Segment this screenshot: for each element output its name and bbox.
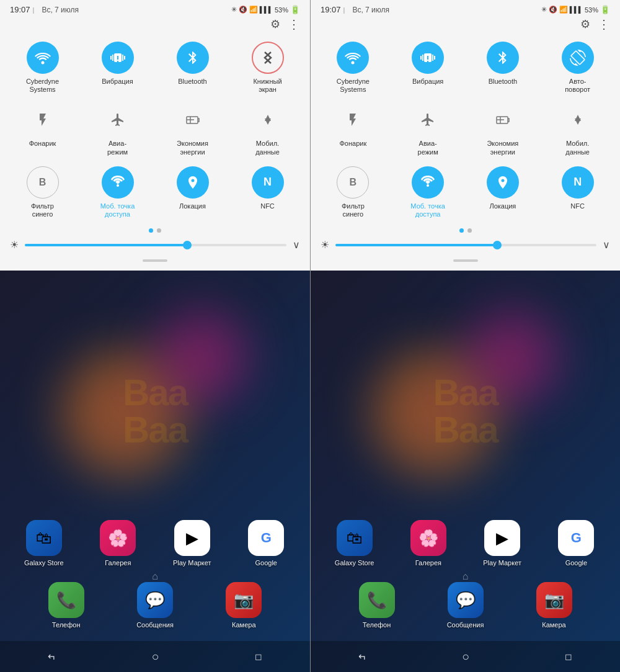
qs-wifi-right[interactable]: CyberdyneSystems [316,37,391,99]
qs-location-left[interactable]: Локация [155,161,230,223]
wifi-label-right: CyberdyneSystems [337,78,370,94]
qs-autorotate-right[interactable]: Авто-поворот [540,37,615,99]
settings-icon-left[interactable]: ⚙ [270,17,280,31]
hotspot-icon-wrap-left [102,166,134,199]
bluetooth-status-icon: ✳ [231,6,237,14]
qs-nfc-right[interactable]: N NFC [540,161,615,223]
brightness-slider-left[interactable] [25,244,286,246]
home-screen-right: BaaBaa 🛍 Galaxy Store 🌸 Галерея ▶ Play [311,271,620,672]
flashlight-label-right: Фонарик [340,140,367,148]
qs-hotspot-right[interactable]: Моб. точкадоступа [391,161,466,223]
status-bar-right: 19:07 | Вс, 7 июля ✳ 🔇 📶 ▌▌▌ 53% 🔋 [311,0,620,17]
location-icon-wrap-right [487,166,519,199]
dock-messages-right[interactable]: 💬 Сообщения [424,582,507,629]
more-icon-right[interactable]: ⋮ [598,17,610,32]
app-gallery-right[interactable]: 🌸 Галерея [394,520,462,567]
play-icon-right: ▶ [484,520,520,556]
location-label-left: Локация [179,202,206,210]
more-icon-left[interactable]: ⋮ [288,17,300,32]
wifi-icon-wrap-right [337,42,369,74]
qs-blue-filter-right[interactable]: B Фильтрсинего [316,161,391,223]
bluetooth-icon-wrap-right [487,42,519,74]
nav-home-left[interactable]: ○ [151,650,159,664]
nav-home-right[interactable]: ○ [462,650,469,664]
battery-icon-right: 🔋 [600,5,610,14]
nav-recents-left[interactable]: ◻ [255,652,262,661]
wifi-label-left: CyberdyneSystems [26,78,59,94]
hotspot-label-right: Моб. точкадоступа [410,202,445,218]
phone-icon-left: 📞 [48,582,84,618]
app-google-left[interactable]: G Google [232,520,301,567]
gallery-label-left: Галерея [105,559,131,567]
app-play-left[interactable]: ▶ Play Маркет [158,520,226,567]
qs-vibration-left[interactable]: Вибрация [80,37,155,99]
dock-messages-left[interactable]: 💬 Сообщения [113,582,196,629]
date-left: Вс, 7 июля [42,6,79,14]
qs-flashlight-left[interactable]: Фонарик [5,99,80,161]
qs-bluetooth-right[interactable]: Bluetooth [466,37,541,99]
gallery-icon-left: 🌸 [100,520,136,556]
qs-flashlight-right[interactable]: Фонарик [316,99,391,161]
app-google-right[interactable]: G Google [542,520,610,567]
brightness-chevron-right[interactable]: ∨ [603,239,610,251]
camera-label-right: Камера [542,621,565,629]
app-galaxy-store-left[interactable]: 🛍 Galaxy Store [10,520,78,567]
dot-1-left [149,228,153,233]
dock-phone-left[interactable]: 📞 Телефон [25,582,107,629]
drag-handle-bar-left [143,259,167,262]
qs-hotspot-left[interactable]: Моб. точкадоступа [80,161,155,223]
nav-bar-right: ↵ ○ ◻ [311,641,620,672]
phone-icon-right: 📞 [359,582,395,618]
dock-camera-right[interactable]: 📷 Камера [513,582,595,629]
qs-vibration-right[interactable]: Вибрация [391,37,466,99]
bluetooth-status-icon-r: ✳ [541,6,547,14]
signal-status-icon-r: ▌▌▌ [570,6,583,13]
app-gallery-left[interactable]: 🌸 Галерея [84,520,153,567]
qs-mobile-data-right[interactable]: Мобил.данные [540,99,615,161]
nav-back-left[interactable]: ↵ [48,651,56,663]
qs-mobile-data-left[interactable]: Мобил.данные [230,99,305,161]
qs-book-screen-left[interactable]: Книжныйэкран [230,37,305,99]
autorotate-icon-wrap-right [562,42,594,74]
mute-status-icon: 🔇 [239,6,247,14]
qs-battery-left[interactable]: Экономияэнергии [155,99,230,161]
qs-wifi-left[interactable]: CyberdyneSystems [5,37,80,99]
book-screen-icon-wrap-left [252,42,284,74]
brightness-slider-right[interactable] [335,244,596,246]
bluetooth-label-left: Bluetooth [178,78,206,86]
dock-camera-left[interactable]: 📷 Камера [203,582,285,629]
qs-grid-right: CyberdyneSystems Вибрация Bluetoot [311,37,620,223]
nav-back-right[interactable]: ↵ [358,651,366,663]
nfc-label-left: NFC [260,202,275,210]
phone-label-right: Телефон [363,621,391,629]
drag-handle-left [0,257,310,264]
app-galaxy-store-right[interactable]: 🛍 Galaxy Store [321,520,388,567]
settings-icon-right[interactable]: ⚙ [580,17,590,31]
brightness-chevron-left[interactable]: ∨ [293,239,300,251]
phone-label-left: Телефон [52,621,81,629]
camera-icon-left: 📷 [226,582,262,618]
qs-airplane-right[interactable]: Авиа-режим [391,99,466,161]
blue-filter-label-left: Фильтрсинего [31,202,54,218]
app-play-right[interactable]: ▶ Play Маркет [469,520,536,567]
qs-battery-right[interactable]: Экономияэнергии [466,99,541,161]
status-icons-right: ✳ 🔇 📶 ▌▌▌ 53% 🔋 [541,5,610,14]
location-icon-wrap-left [177,166,209,199]
google-label-right: Google [565,559,587,567]
nav-recents-right[interactable]: ◻ [565,652,572,661]
qs-bluetooth-left[interactable]: Bluetooth [155,37,230,99]
qs-airplane-left[interactable]: Авиа-режим [80,99,155,161]
qs-location-right[interactable]: Локация [466,161,541,223]
gallery-icon-right: 🌸 [410,520,446,556]
flashlight-icon-wrap-right [337,104,369,136]
home-indicator-right: ⌂ [463,571,469,582]
qs-dots-left [0,223,310,235]
battery-percent-left: 53% [275,6,288,14]
qs-blue-filter-left[interactable]: B Фильтрсинего [5,161,80,223]
qs-nfc-left[interactable]: N NFC [230,161,305,223]
galaxy-store-label-right: Galaxy Store [335,559,374,567]
dock-right: 📞 Телефон 💬 Сообщения 📷 Камера [311,582,620,629]
flashlight-icon-wrap-left [27,104,59,136]
dock-phone-right[interactable]: 📞 Телефон [335,582,418,629]
blob2-right [466,311,559,404]
